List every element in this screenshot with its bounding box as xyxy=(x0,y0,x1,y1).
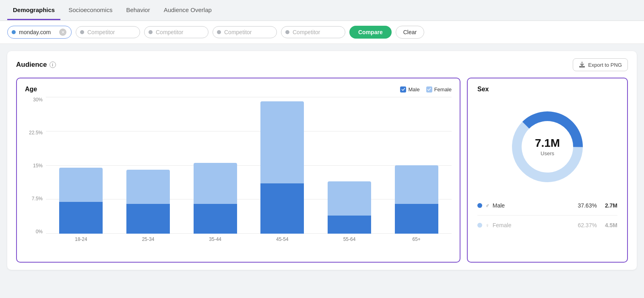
pill-text-2: Competitor xyxy=(87,29,135,35)
tab-demographics[interactable]: Demographics xyxy=(7,1,60,20)
clear-button[interactable]: Clear xyxy=(396,26,424,39)
main-content: Audience i Export to PNG Age xyxy=(0,44,644,277)
female-gender-icon: ♀ xyxy=(485,222,489,228)
tab-audience-overlap[interactable]: Audience Overlap xyxy=(158,1,217,20)
pill-dot-3 xyxy=(149,30,153,34)
age-legend: Male Female xyxy=(400,86,452,92)
export-button[interactable]: Export to PNG xyxy=(573,58,628,71)
male-checkbox xyxy=(400,86,406,92)
legend-female[interactable]: Female xyxy=(426,86,452,92)
pill-dot-4 xyxy=(217,30,221,34)
audience-card: Audience i Export to PNG Age xyxy=(7,51,637,270)
legend-male-label: Male xyxy=(408,86,419,92)
sex-legend-female: ♀ Female 62.37% 4.5M xyxy=(477,222,617,228)
audience-title-text: Audience xyxy=(16,61,47,69)
male-gender-icon: ♂ xyxy=(485,203,489,209)
pill-text-4: Competitor xyxy=(224,29,272,35)
info-icon[interactable]: i xyxy=(50,62,56,68)
search-pill-5[interactable]: Competitor xyxy=(281,26,345,38)
sex-dot-male xyxy=(477,203,482,208)
pill-dot-2 xyxy=(80,30,84,34)
sex-chart-title: Sex xyxy=(477,86,617,93)
audience-header: Audience i Export to PNG xyxy=(16,58,628,71)
export-icon xyxy=(579,62,585,68)
female-checkbox xyxy=(426,86,432,92)
search-pill-1[interactable]: monday.com ✕ xyxy=(7,26,72,39)
sex-dot-female xyxy=(477,223,482,228)
sex-pct-female: 62.37% xyxy=(578,222,597,228)
sex-name-male: Male xyxy=(493,202,575,209)
sex-divider xyxy=(477,215,617,216)
pill-text-1: monday.com xyxy=(19,29,56,35)
charts-row: Age Male Female xyxy=(16,78,628,263)
pill-dot-1 xyxy=(12,30,16,34)
tab-behavior[interactable]: Behavior xyxy=(120,1,155,20)
chart-top: Age Male Female xyxy=(25,86,452,93)
pill-text-5: Competitor xyxy=(293,29,340,35)
search-bar: monday.com ✕ Competitor Competitor Compe… xyxy=(0,21,644,44)
pill-dot-5 xyxy=(285,30,289,34)
age-chart-title: Age xyxy=(25,86,37,93)
sex-name-female: Female xyxy=(493,222,575,228)
age-bar-chart: 30%22.5%15%7.5%0%18-2425-3435-4445-5455-… xyxy=(25,97,452,256)
compare-button[interactable]: Compare xyxy=(349,26,392,39)
pill-text-3: Competitor xyxy=(156,29,203,35)
donut-container: 7.1M Users xyxy=(477,103,617,191)
search-pill-3[interactable]: Competitor xyxy=(144,26,208,38)
donut-chart xyxy=(503,103,592,191)
pill-close-1[interactable]: ✕ xyxy=(59,29,66,36)
sex-chart-container: Sex 7.1M Users ♂ Male 3 xyxy=(467,78,628,263)
sex-count-female: 4.5M xyxy=(605,222,617,228)
age-chart-container: Age Male Female xyxy=(16,78,460,263)
sex-count-male: 2.7M xyxy=(605,202,617,209)
search-pill-4[interactable]: Competitor xyxy=(213,26,277,38)
tab-socioeconomics[interactable]: Socioeconomics xyxy=(63,1,118,20)
legend-male[interactable]: Male xyxy=(400,86,419,92)
export-label: Export to PNG xyxy=(588,62,622,68)
sex-pct-male: 37.63% xyxy=(578,202,597,209)
audience-title: Audience i xyxy=(16,61,56,69)
sex-legend-male: ♂ Male 37.63% 2.7M xyxy=(477,202,617,209)
legend-female-label: Female xyxy=(434,86,452,92)
sex-legend: ♂ Male 37.63% 2.7M ♀ Female 62.37% 4.5M xyxy=(477,202,617,228)
tab-bar: Demographics Socioeconomics Behavior Aud… xyxy=(0,0,644,21)
search-pill-2[interactable]: Competitor xyxy=(76,26,140,38)
